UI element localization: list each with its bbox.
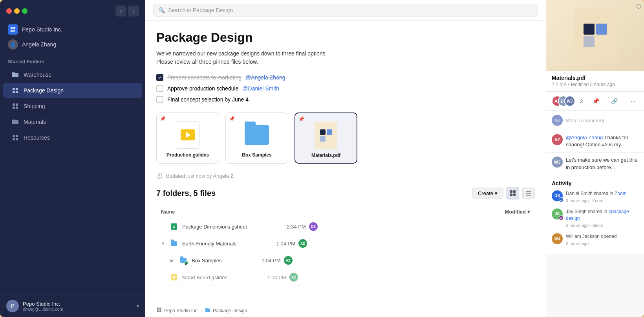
checklist-item-2[interactable]: Approve production schedule @Daniel Smit… <box>156 85 535 92</box>
footer-email: zhang@...dioinc.com <box>23 307 133 311</box>
link-action-icon[interactable]: 🔗 <box>609 96 620 107</box>
breadcrumb-sep: › <box>201 308 203 313</box>
minimize-button[interactable] <box>14 8 20 14</box>
sidebar-item-warehouse[interactable]: Warehouse <box>3 67 142 82</box>
comment-mention-1: @Angela Zhang <box>566 135 603 140</box>
svg-rect-6 <box>13 91 15 93</box>
checklist-label-3: Final concept selection by June 4 <box>167 96 249 103</box>
activity-avatar-3: WJ <box>552 233 563 244</box>
sidebar-item-resources-label: Resources <box>24 135 50 141</box>
pdf-file-icon <box>313 121 338 149</box>
updated-text: Updated just now by Angela Z <box>166 173 234 179</box>
file-name-materials: Materials.pdf <box>311 153 340 158</box>
description-line2: Please review all three pinned files bel… <box>156 58 535 66</box>
view-list-icon[interactable] <box>522 187 535 199</box>
checklist-mention-2: @Daniel Smith <box>242 85 279 92</box>
sidebar-item-package-design[interactable]: Package Design <box>3 83 142 98</box>
view-grid-icon[interactable] <box>507 187 519 199</box>
external-link-icon[interactable]: ⬡ <box>636 3 641 9</box>
svg-rect-25 <box>157 310 159 312</box>
file-card-materials[interactable]: 📌 Materials.pdf <box>295 112 357 164</box>
activity-user-3: William Jackson <box>566 234 600 239</box>
svg-rect-13 <box>16 135 18 137</box>
table-row[interactable]: ▼ Earth-Friendly Materials 1:04 PM AZ <box>156 235 535 252</box>
right-panel: ⬡ Materials.pdf 7.2 MB • Modified 5 hour… <box>546 0 644 317</box>
zoom-link[interactable]: Zoom <box>615 191 627 196</box>
files-header: 7 folders, 5 files Create ▾ <box>156 187 535 199</box>
row-avatar: AZ <box>289 273 298 282</box>
maximize-button[interactable] <box>22 8 27 14</box>
file-row-name: Package Dimensions.gsheet <box>182 224 247 230</box>
time-value: 1:04 PM <box>267 275 286 280</box>
sidebar-footer[interactable]: P Pepo Studio Inc. zhang@...dioinc.com ▾ <box>0 295 145 317</box>
files-actions: Create ▾ <box>472 187 535 199</box>
create-button[interactable]: Create ▾ <box>472 188 503 199</box>
sidebar-item-shipping-label: Shipping <box>24 103 45 109</box>
footer-avatar: P <box>6 300 19 312</box>
file-card-box-samples[interactable]: 📌 Box Samples <box>225 112 288 164</box>
activity-time-2: 3 hours ago · Slack <box>566 223 639 229</box>
forward-button[interactable]: › <box>128 6 139 17</box>
nav-arrows: ‹ › <box>115 6 139 17</box>
table-row[interactable]: G Package Dimensions.gsheet 2:34 PM DS <box>156 218 535 235</box>
svg-rect-12 <box>13 135 15 137</box>
sidebar-item-shipping[interactable]: Shipping <box>3 99 142 114</box>
activity-user-2: Jay Singh shared in <box>566 209 609 214</box>
updated-line: 🕐 Updated just now by Angela Z <box>156 173 535 179</box>
zoom-badge: Z <box>559 197 564 202</box>
svg-rect-15 <box>16 138 18 140</box>
slides-file-icon <box>175 121 200 149</box>
svg-rect-14 <box>13 138 15 140</box>
preview-pdf-visual <box>574 8 617 63</box>
starred-folders-label: Starred Folders <box>0 56 145 67</box>
activity-body-2: Jay Singh shared in #package-design 3 ho… <box>566 208 639 229</box>
comment-input-area[interactable]: AZ Write a comment <box>546 111 644 130</box>
comment-2: WJ Let's make sure we can get this in pr… <box>546 153 644 175</box>
svg-rect-10 <box>13 107 15 109</box>
preview-image <box>546 0 644 71</box>
avatar-wj: WJ <box>564 96 575 107</box>
checklist-item-3[interactable]: Final concept selection by June 4 <box>156 96 535 103</box>
chevron-icon: ▾ <box>495 190 498 196</box>
file-row-name: Earth-Friendly Materials <box>182 241 236 247</box>
svg-rect-20 <box>526 191 531 192</box>
time-value: 1:04 PM <box>262 258 280 264</box>
sidebar-item-materials[interactable]: Materials <box>3 114 142 129</box>
pinned-files: 📌 Production.gslides 📌 <box>156 112 535 164</box>
sidebar-item-resources[interactable]: Resources <box>3 130 142 145</box>
slides-row-icon <box>170 273 178 282</box>
checkbox-1[interactable]: ✓ <box>156 74 163 81</box>
preview-sq-4 <box>596 36 607 47</box>
row-avatar: AZ <box>284 256 293 265</box>
search-bar[interactable]: 🔍 Search in Package Design <box>153 4 538 17</box>
close-button[interactable] <box>6 8 12 14</box>
checklist-label-1: Present concepts to marketing <box>167 74 242 81</box>
activity-avatar-2: JS S <box>552 208 563 219</box>
grid-icon <box>11 86 20 95</box>
footer-info: Pepo Studio Inc. zhang@...dioinc.com <box>23 301 133 311</box>
traffic-lights <box>6 8 27 14</box>
table-row[interactable]: Mood Board.gslides 1:04 PM AZ <box>156 269 535 286</box>
sidebar-org[interactable]: Pepo Studio Inc. <box>0 22 145 37</box>
svg-rect-11 <box>16 107 18 109</box>
avatars-group: AZ DS WJ <box>552 96 573 107</box>
checklist-item-1[interactable]: ✓ Present concepts to marketing @Angela … <box>156 74 535 81</box>
expand-icon-sub[interactable]: ▶ <box>170 258 177 263</box>
activity-user-1: Daniel Smith shared in <box>566 191 615 196</box>
checklist-label-2: Approve production schedule <box>167 85 238 92</box>
checkbox-2[interactable] <box>156 85 163 92</box>
file-row-time: 1:04 PM AZ <box>236 239 307 248</box>
back-button[interactable]: ‹ <box>115 6 126 17</box>
pin-action-icon[interactable]: 📌 <box>590 96 601 107</box>
activity-body-1: Daniel Smith shared in Zoom 3 hours ago … <box>566 190 639 204</box>
comment-placeholder: Write a comment <box>566 118 604 123</box>
more-action-icon[interactable]: ··· <box>628 96 639 107</box>
file-card-slides[interactable]: 📌 Production.gslides <box>156 112 219 164</box>
preview-filename: Materials.pdf <box>552 75 639 81</box>
comment-body-1: @Angela Zhang Thanks for sharing! Option… <box>566 134 639 148</box>
sidebar-user[interactable]: 👤 Angela Zhang <box>0 37 145 56</box>
col-modified-header: Modified ▾ <box>459 209 530 215</box>
checkbox-3[interactable] <box>156 96 163 103</box>
expand-icon[interactable]: ▼ <box>161 241 168 246</box>
table-row[interactable]: ▶ ✓ Box Samples 1:04 PM AZ <box>156 252 535 269</box>
